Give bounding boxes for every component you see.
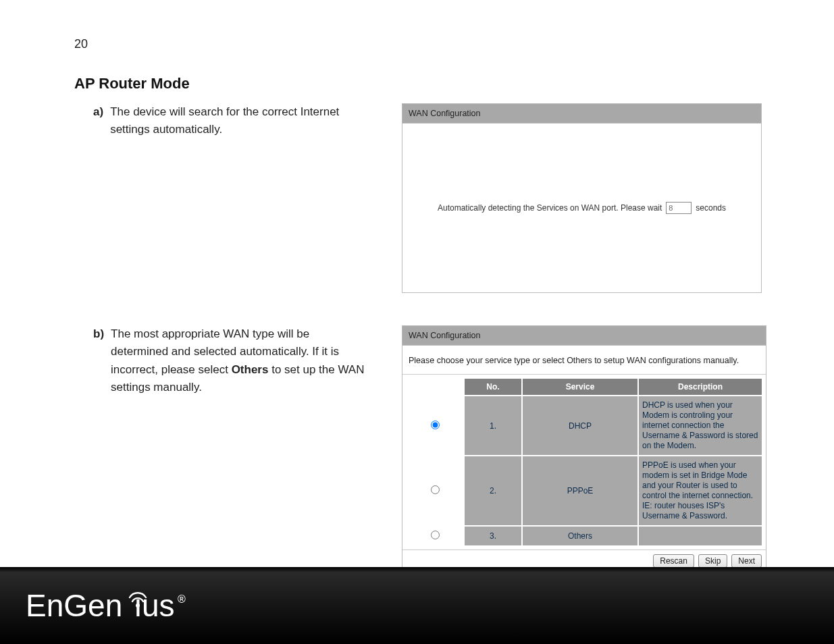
svg-text:us: us (142, 588, 175, 623)
table-row: 1. DHCP DHCP is used when your Modem is … (407, 396, 762, 455)
cell-desc-1: DHCP is used when your Modem is controli… (639, 396, 762, 455)
panel-a-title: WAN Configuration (402, 104, 761, 124)
th-service: Service (523, 379, 637, 395)
heading-ap-router-mode: AP Router Mode (74, 75, 766, 92)
service-table: No. Service Description 1. DHCP DHCP is … (405, 377, 763, 547)
section-b: b) The most appropriate WAN type will be… (74, 325, 766, 572)
next-button[interactable]: Next (731, 554, 762, 568)
cell-no-2: 2. (465, 456, 521, 525)
svg-text:ı: ı (134, 588, 142, 623)
th-description: Description (639, 379, 762, 395)
svg-text:EnGen: EnGen (26, 588, 122, 623)
panel-b-instruction: Please choose your service type or selec… (402, 346, 766, 375)
panel-b-title: WAN Configuration (402, 326, 766, 346)
page-number: 20 (74, 37, 766, 51)
wait-seconds-input[interactable] (666, 202, 692, 214)
radio-others[interactable] (431, 531, 440, 539)
radio-pppoe[interactable] (431, 485, 440, 494)
cell-svc-2: PPPoE (523, 456, 637, 525)
item-a-text: The device will search for the correct I… (110, 103, 365, 139)
item-b-text: The most appropriate WAN type will be de… (111, 325, 365, 396)
table-row: 2. PPPoE PPPoE is used when your modem i… (407, 456, 762, 525)
engenius-logo-svg: EnGen ı us ® (26, 584, 194, 627)
engenius-logo: EnGen ı us ® (26, 584, 194, 627)
wan-config-panel-a: WAN Configuration Automatically detectin… (402, 103, 762, 293)
cell-no-1: 1. (465, 396, 521, 455)
item-a-marker: a) (93, 103, 103, 139)
item-b-bold: Others (232, 363, 269, 376)
skip-button[interactable]: Skip (698, 554, 727, 568)
table-row: 3. Others (407, 527, 762, 545)
radio-dhcp[interactable] (431, 421, 440, 429)
wan-config-panel-b: WAN Configuration Please choose your ser… (402, 325, 766, 572)
cell-svc-1: DHCP (523, 396, 637, 455)
cell-desc-2: PPPoE is used when your modem is set in … (639, 456, 762, 525)
cell-svc-3: Others (523, 527, 637, 545)
panel-a-msg-post: seconds (696, 203, 726, 213)
cell-desc-3 (639, 527, 762, 545)
item-b-marker: b) (93, 325, 104, 396)
rescan-button[interactable]: Rescan (653, 554, 694, 568)
cell-no-3: 3. (465, 527, 521, 545)
panel-a-msg-pre: Automatically detecting the Services on … (438, 203, 662, 213)
footer-bar: EnGen ı us ® (0, 567, 834, 644)
svg-text:®: ® (178, 593, 186, 605)
th-no: No. (465, 379, 521, 395)
section-a: a) The device will search for the correc… (74, 103, 766, 293)
